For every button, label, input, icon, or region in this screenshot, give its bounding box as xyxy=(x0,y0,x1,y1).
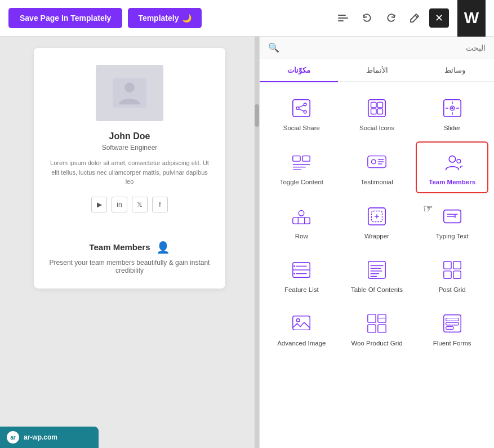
svg-point-49 xyxy=(294,273,296,274)
svg-rect-56 xyxy=(443,261,451,269)
svg-point-26 xyxy=(371,159,376,164)
row-icon xyxy=(290,205,313,228)
widget-testimonial-label: Testimonial xyxy=(361,178,393,187)
card-person-name: John Doe xyxy=(109,131,150,141)
widget-social-icons[interactable]: Social Icons xyxy=(341,88,413,139)
widget-row[interactable]: Row xyxy=(265,196,338,247)
card-person-title: Software Engineer xyxy=(102,144,158,152)
widget-testimonial[interactable]: Testimonial xyxy=(341,141,413,193)
widget-grid-inner: Social Share Social Icons xyxy=(265,88,488,354)
svg-rect-50 xyxy=(368,261,385,278)
svg-rect-62 xyxy=(368,314,376,322)
typing-text-icon xyxy=(441,205,464,228)
svg-rect-33 xyxy=(293,218,310,224)
scroll-bar[interactable] xyxy=(255,37,259,448)
tab-media[interactable]: وسائط xyxy=(416,59,494,82)
edit-pen-button[interactable] xyxy=(406,9,424,27)
card-description: Lorem ipsum dolor sit amet, consectetur … xyxy=(48,158,211,187)
advanced-image-icon xyxy=(290,312,313,335)
bottom-branding-bar: ar ar-wp.com xyxy=(0,427,99,448)
social-icons-row: ▶ in 𝕏 f xyxy=(91,197,168,212)
widget-woo-product-grid-label: Woo Product Grid xyxy=(351,339,402,348)
toolbar: Save Page In Templately Templately 🌙 ✕ W xyxy=(0,0,494,37)
card-footer-desc: Present your team members beautifully & … xyxy=(48,259,211,274)
widget-typing-text-label: Typing Text xyxy=(436,232,469,241)
social-share-icon xyxy=(290,97,313,119)
team-icon: 👤 xyxy=(156,241,170,254)
search-input[interactable] xyxy=(284,43,486,52)
widget-social-share-label: Social Share xyxy=(283,124,320,132)
align-icon-button[interactable] xyxy=(333,8,353,28)
widget-fluent-forms[interactable]: Fluent Forms xyxy=(416,303,488,354)
social-icons-icon xyxy=(366,97,388,119)
card-image xyxy=(96,65,163,121)
widget-post-grid[interactable]: Post Grid xyxy=(416,250,488,300)
widget-table-of-contents[interactable]: Table Of Contents xyxy=(341,250,413,300)
card-footer: Team Members 👤 xyxy=(89,241,170,254)
svg-line-11 xyxy=(299,109,304,111)
svg-point-19 xyxy=(451,107,453,109)
svg-rect-59 xyxy=(453,271,461,278)
svg-rect-58 xyxy=(443,271,451,278)
widget-toggle-content[interactable]: Toggle Content xyxy=(265,141,338,193)
main-layout: John Doe Software Engineer Lorem ipsum d… xyxy=(0,37,494,448)
scroll-thumb[interactable] xyxy=(255,104,259,127)
post-grid-icon xyxy=(441,259,464,281)
svg-point-5 xyxy=(124,82,135,92)
svg-rect-16 xyxy=(377,109,383,114)
widget-typing-text[interactable]: Typing Text xyxy=(416,196,488,247)
table-of-contents-icon xyxy=(366,259,388,281)
widget-team-members-label: Team Members xyxy=(429,178,475,187)
testimonial-icon xyxy=(366,151,388,174)
panel-tabs: مكوّنات الأنماط وسائط xyxy=(260,59,494,82)
svg-rect-2 xyxy=(338,20,344,21)
tab-patterns[interactable]: الأنماط xyxy=(338,59,416,82)
save-page-button[interactable]: Save Page In Templately xyxy=(8,8,122,28)
widget-slider[interactable]: Slider xyxy=(416,88,488,139)
widget-feature-list[interactable]: Feature List xyxy=(265,250,338,300)
widget-slider-label: Slider xyxy=(444,124,460,132)
widget-woo-product-grid[interactable]: Woo Product Grid xyxy=(341,303,413,354)
widget-post-grid-label: Post Grid xyxy=(439,286,466,294)
widget-advanced-image-label: Advanced Image xyxy=(277,339,326,348)
svg-rect-15 xyxy=(371,109,377,114)
svg-point-61 xyxy=(297,318,300,322)
slider-icon xyxy=(441,97,464,119)
widget-row-label: Row xyxy=(295,232,308,241)
canvas-area: John Doe Software Engineer Lorem ipsum d… xyxy=(0,37,259,448)
svg-rect-60 xyxy=(293,316,310,330)
wp-logo: W xyxy=(457,0,486,37)
templately-button[interactable]: Templately 🌙 xyxy=(128,8,202,28)
widget-social-icons-label: Social Icons xyxy=(359,124,394,132)
close-button[interactable]: ✕ xyxy=(429,8,449,28)
widget-table-of-contents-label: Table Of Contents xyxy=(351,286,403,294)
search-icon: 🔍 xyxy=(268,42,279,53)
svg-rect-69 xyxy=(446,322,459,325)
svg-point-32 xyxy=(299,211,305,216)
widget-wrapper[interactable]: Wrapper xyxy=(341,196,413,247)
widget-social-share[interactable]: Social Share xyxy=(265,88,338,139)
svg-rect-65 xyxy=(378,325,386,332)
svg-point-7 xyxy=(296,107,299,110)
close-icon: ✕ xyxy=(435,12,443,24)
tab-components[interactable]: مكوّنات xyxy=(260,59,338,82)
woo-product-grid-icon xyxy=(366,312,388,335)
svg-rect-57 xyxy=(453,261,461,269)
svg-rect-70 xyxy=(446,327,453,330)
fluent-forms-icon xyxy=(441,312,464,335)
twitter-x-icon: 𝕏 xyxy=(132,197,148,212)
svg-rect-6 xyxy=(293,100,310,117)
svg-rect-14 xyxy=(377,103,383,108)
toggle-content-icon xyxy=(290,151,313,174)
widget-advanced-image[interactable]: Advanced Image xyxy=(265,303,338,354)
search-bar: 🔍 xyxy=(260,37,494,59)
svg-rect-20 xyxy=(293,156,300,162)
undo-button[interactable] xyxy=(358,9,376,27)
redo-button[interactable] xyxy=(382,9,400,27)
card-footer-title: Team Members xyxy=(89,242,150,252)
widget-team-members[interactable]: Team Members ☞ xyxy=(416,141,488,193)
svg-rect-12 xyxy=(368,100,385,117)
wrapper-icon xyxy=(366,205,388,228)
svg-point-9 xyxy=(304,110,307,113)
templately-emoji: 🌙 xyxy=(182,14,192,23)
